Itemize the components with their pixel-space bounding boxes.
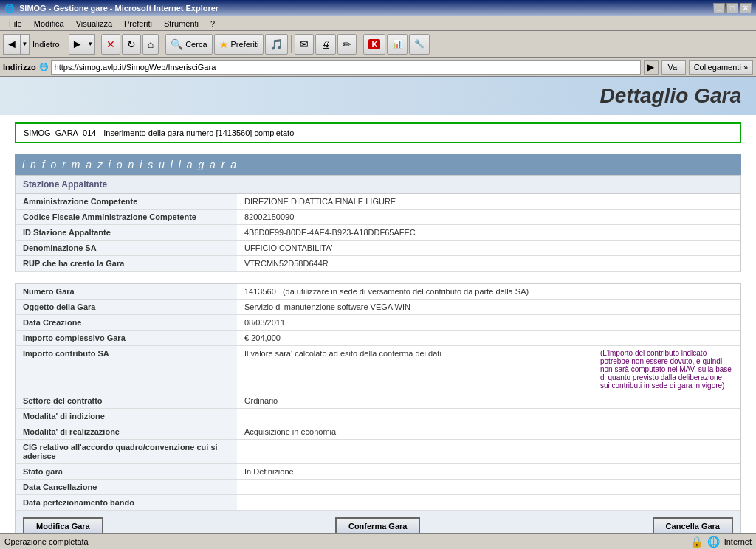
print-icon: 🖨 <box>320 38 331 50</box>
table-row: RUP che ha creato la Gara VTRCMN52D58D64… <box>16 256 740 272</box>
menu-file[interactable]: File <box>3 18 28 30</box>
settore-value: Ordinario <box>237 393 740 409</box>
app-icon: 🌐 <box>4 4 15 13</box>
close-button[interactable]: ✕ <box>740 3 752 13</box>
star-icon: ★ <box>219 38 229 50</box>
forward-dropdown[interactable]: ▼ <box>86 34 95 55</box>
importo-contributo-cell: Il valore sara' calcolato ad esito della… <box>237 346 740 393</box>
numero-gara-note: (da utilizzare in sede di versamento del… <box>283 287 529 296</box>
menu-preferiti[interactable]: Preferiti <box>118 18 158 30</box>
rup-value: VTRCMN52D58D644R <box>237 256 740 272</box>
separator-3 <box>360 35 360 53</box>
modalita-indizione-value <box>237 409 740 424</box>
extra-btn1[interactable]: 📊 <box>387 34 408 55</box>
forward-button[interactable]: ► <box>69 34 86 55</box>
action-bar: Modifica Gara Conferma Gara Cancella Gar… <box>16 511 740 533</box>
back-label: Indietro <box>32 40 60 49</box>
modifica-gara-button[interactable]: Modifica Gara <box>23 517 103 533</box>
table-row: CIG relativo all'accordo quadro/convenzi… <box>16 440 740 464</box>
rup-label: RUP che ha creato la Gara <box>16 256 237 272</box>
amministrazione-label: Amministrazione Competente <box>16 194 237 210</box>
go-button[interactable]: Vai <box>662 60 686 75</box>
stop-button[interactable]: ✕ <box>101 34 120 55</box>
gara-details-section: Numero Gara 1413560 (da utilizzare in se… <box>15 283 741 533</box>
refresh-icon: ↻ <box>127 38 136 50</box>
refresh-button[interactable]: ↻ <box>122 34 141 55</box>
success-message: SIMOG_GARA_014 - Inserimento della gara … <box>15 122 741 143</box>
edit-icon: ✏ <box>343 38 351 50</box>
importo-label: Importo complessivo Gara <box>16 331 237 346</box>
cig-label: CIG relativo all'accordo quadro/convenzi… <box>16 440 237 464</box>
status-text: Operazione completata <box>4 537 684 546</box>
table-row: Amministrazione Competente DIREZIONE DID… <box>16 194 740 210</box>
table-row: Data Cancellazione <box>16 480 740 495</box>
cancella-gara-button[interactable]: Cancella Gara <box>653 517 733 533</box>
mail-button[interactable]: ✉ <box>295 34 314 55</box>
id-stazione-value: 4B6D0E99-80DE-4AE4-B923-A18DDF65AFEC <box>237 225 740 241</box>
stato-gara-value: In Definizione <box>237 464 740 480</box>
address-input[interactable] <box>51 60 641 75</box>
table-row: Modalita' di indizione <box>16 409 740 424</box>
table-row: Denominazione SA UFFICIO CONTABILITA' <box>16 241 740 256</box>
back-button[interactable]: ◄ <box>3 34 21 55</box>
security-icon: 🔒 <box>690 536 703 548</box>
search-button[interactable]: 🔍 Cerca <box>165 34 212 55</box>
numero-gara-value: 1413560 <box>244 287 276 296</box>
separator-1 <box>162 35 162 53</box>
content-area: Dettaglio Gara SIMOG_GARA_014 - Inserime… <box>0 77 756 533</box>
home-icon: ⌂ <box>148 38 154 50</box>
home-button[interactable]: ⌂ <box>142 34 159 55</box>
favorites-button[interactable]: ★ Preferiti <box>214 34 264 55</box>
table-row: Codice Fiscale Amministrazione Competent… <box>16 210 740 225</box>
cig-value <box>237 440 740 464</box>
table-row: Settore del contratto Ordinario <box>16 393 740 409</box>
page-title: Dettaglio Gara <box>0 77 756 115</box>
links-button[interactable]: Collegamenti » <box>689 60 753 75</box>
table-row: Importo complessivo Gara € 204,000 <box>16 331 740 346</box>
internet-icon: 🌐 <box>707 536 720 548</box>
modalita-realizzazione-value: Acquisizione in economia <box>237 424 740 440</box>
menu-strumenti[interactable]: Strumenti <box>158 18 205 30</box>
back-dropdown[interactable]: ▼ <box>21 34 30 55</box>
oggetto-value: Servizio di manutenzione software VEGA W… <box>237 300 740 315</box>
minimize-button[interactable]: _ <box>713 3 725 13</box>
denominazione-label: Denominazione SA <box>16 241 237 256</box>
gara-info-table: Numero Gara 1413560 (da utilizzare in se… <box>16 284 740 511</box>
extra-icon1: 📊 <box>392 39 402 49</box>
codice-fiscale-label: Codice Fiscale Amministrazione Competent… <box>16 210 237 225</box>
maximize-button[interactable]: □ <box>726 3 738 13</box>
amministrazione-value: DIREZIONE DIDATTICA FINALE LIGURE <box>237 194 740 210</box>
separator-2 <box>291 35 292 53</box>
favorites-label: Preferiti <box>231 40 259 49</box>
menu-modifica[interactable]: Modifica <box>28 18 70 30</box>
page-icon: 🌐 <box>39 63 48 71</box>
importo-contributo-note: (L'importo del contributo indicato potre… <box>600 349 733 390</box>
table-row: Importo contributo SA Il valore sara' ca… <box>16 346 740 393</box>
data-perfezionamento-value <box>237 495 740 511</box>
media-button[interactable]: 🎵 <box>265 34 288 55</box>
conferma-gara-button[interactable]: Conferma Gara <box>335 517 420 533</box>
data-creazione-value: 08/03/2011 <box>237 315 740 331</box>
menu-help[interactable]: ? <box>205 18 221 30</box>
menu-bar: File Modifica Visualizza Preferiti Strum… <box>0 16 756 31</box>
subsection-title: Stazione Appaltante <box>16 176 740 194</box>
table-row: Oggetto della Gara Servizio di manutenzi… <box>16 300 740 315</box>
address-go-arrow[interactable]: ▶ <box>644 60 659 75</box>
stop-icon: ✕ <box>106 38 115 50</box>
zone-label: Internet <box>724 537 752 546</box>
extra-btn2[interactable]: 🔧 <box>409 34 430 55</box>
kaspersky-button[interactable]: K <box>363 34 385 55</box>
menu-visualizza[interactable]: Visualizza <box>70 18 118 30</box>
modalita-realizzazione-label: Modalita' di realizzazione <box>16 424 237 440</box>
search-icon: 🔍 <box>171 38 183 50</box>
numero-gara-cell: 1413560 (da utilizzare in sede di versam… <box>237 284 740 300</box>
data-perfezionamento-label: Data perfezionamento bando <box>16 495 237 511</box>
mail-icon: ✉ <box>300 38 309 50</box>
print-button[interactable]: 🖨 <box>315 34 336 55</box>
stazione-info-table: Amministrazione Competente DIREZIONE DID… <box>16 194 740 272</box>
status-bar: Operazione completata 🔒 🌐 Internet <box>0 533 756 549</box>
table-row: Modalita' di realizzazione Acquisizione … <box>16 424 740 440</box>
table-row: Numero Gara 1413560 (da utilizzare in se… <box>16 284 740 300</box>
edit-button[interactable]: ✏ <box>337 34 357 55</box>
oggetto-label: Oggetto della Gara <box>16 300 237 315</box>
